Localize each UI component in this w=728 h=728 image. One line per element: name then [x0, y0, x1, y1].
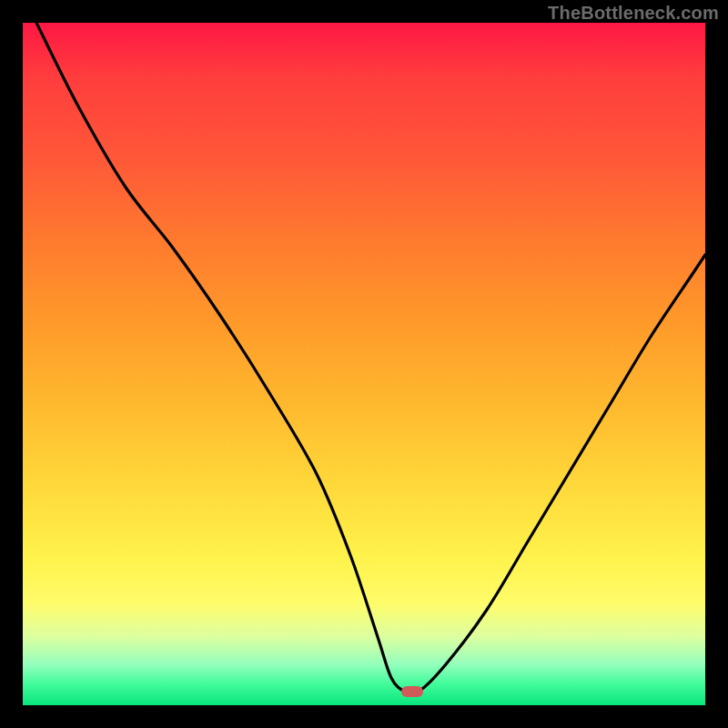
chart-container: TheBottleneck.com: [0, 0, 728, 728]
watermark-text: TheBottleneck.com: [548, 3, 719, 24]
bottleneck-curve: [23, 23, 705, 705]
plot-area: [23, 23, 705, 705]
optimal-point-marker: [401, 686, 423, 697]
